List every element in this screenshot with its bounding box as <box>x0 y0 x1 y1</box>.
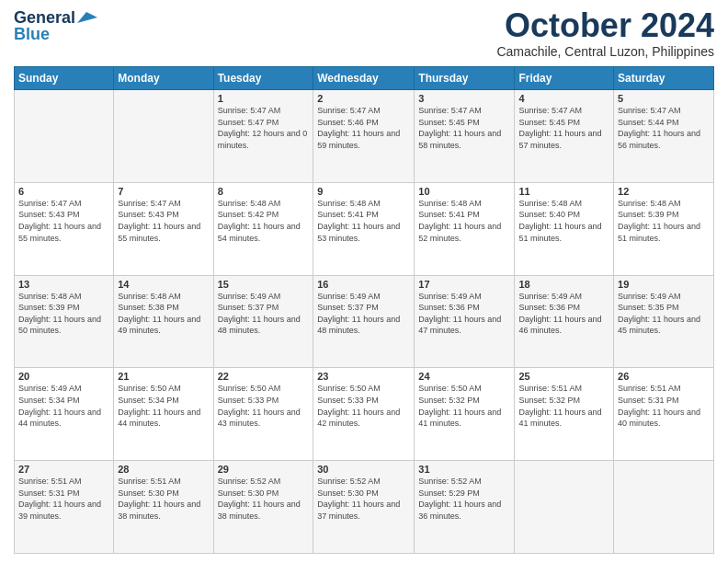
calendar-cell: 18Sunrise: 5:49 AMSunset: 5:36 PMDayligh… <box>515 275 614 368</box>
calendar-cell: 2Sunrise: 5:47 AMSunset: 5:46 PMDaylight… <box>313 90 415 183</box>
day-number: 30 <box>317 464 410 475</box>
day-detail: Sunrise: 5:49 AMSunset: 5:36 PMDaylight:… <box>418 291 510 337</box>
calendar-week-2: 6Sunrise: 5:47 AMSunset: 5:43 PMDaylight… <box>15 182 714 275</box>
day-detail: Sunrise: 5:49 AMSunset: 5:37 PMDaylight:… <box>317 291 410 337</box>
page: General Blue October 2024 Camachile, Cen… <box>0 0 728 563</box>
calendar-cell: 23Sunrise: 5:50 AMSunset: 5:33 PMDayligh… <box>313 368 415 461</box>
day-number: 23 <box>317 371 410 382</box>
day-number: 12 <box>618 186 710 197</box>
calendar-cell: 11Sunrise: 5:48 AMSunset: 5:40 PMDayligh… <box>515 182 614 275</box>
calendar-cell: 30Sunrise: 5:52 AMSunset: 5:30 PMDayligh… <box>313 461 415 554</box>
day-detail: Sunrise: 5:47 AMSunset: 5:44 PMDaylight:… <box>618 105 710 151</box>
calendar-cell: 5Sunrise: 5:47 AMSunset: 5:44 PMDaylight… <box>614 90 714 183</box>
col-wednesday: Wednesday <box>313 67 415 90</box>
logo-icon <box>77 10 97 25</box>
day-number: 14 <box>118 279 209 290</box>
day-number: 7 <box>118 186 209 197</box>
day-number: 10 <box>418 186 510 197</box>
day-number: 4 <box>518 93 609 104</box>
location: Camachile, Central Luzon, Philippines <box>496 44 714 59</box>
day-detail: Sunrise: 5:47 AMSunset: 5:43 PMDaylight:… <box>118 198 209 244</box>
day-number: 18 <box>518 279 609 290</box>
calendar-cell: 8Sunrise: 5:48 AMSunset: 5:42 PMDaylight… <box>213 182 313 275</box>
day-detail: Sunrise: 5:50 AMSunset: 5:32 PMDaylight:… <box>418 383 510 429</box>
calendar-cell: 13Sunrise: 5:48 AMSunset: 5:39 PMDayligh… <box>15 275 114 368</box>
header: General Blue October 2024 Camachile, Cen… <box>14 9 714 59</box>
calendar-cell: 31Sunrise: 5:52 AMSunset: 5:29 PMDayligh… <box>415 461 515 554</box>
calendar-table: Sunday Monday Tuesday Wednesday Thursday… <box>14 66 714 554</box>
logo-blue: Blue <box>14 26 50 42</box>
day-detail: Sunrise: 5:50 AMSunset: 5:33 PMDaylight:… <box>218 383 310 429</box>
day-number: 15 <box>218 279 310 290</box>
col-monday: Monday <box>114 67 213 90</box>
day-detail: Sunrise: 5:49 AMSunset: 5:35 PMDaylight:… <box>618 291 710 337</box>
calendar-cell: 3Sunrise: 5:47 AMSunset: 5:45 PMDaylight… <box>415 90 515 183</box>
day-detail: Sunrise: 5:48 AMSunset: 5:39 PMDaylight:… <box>18 291 109 337</box>
day-number: 9 <box>317 186 410 197</box>
day-number: 6 <box>18 186 109 197</box>
calendar-cell: 27Sunrise: 5:51 AMSunset: 5:31 PMDayligh… <box>15 461 114 554</box>
day-detail: Sunrise: 5:49 AMSunset: 5:34 PMDaylight:… <box>18 383 109 429</box>
calendar-week-1: 1Sunrise: 5:47 AMSunset: 5:47 PMDaylight… <box>15 90 714 183</box>
calendar-week-3: 13Sunrise: 5:48 AMSunset: 5:39 PMDayligh… <box>15 275 714 368</box>
day-detail: Sunrise: 5:47 AMSunset: 5:45 PMDaylight:… <box>418 105 510 151</box>
day-number: 21 <box>118 371 209 382</box>
day-detail: Sunrise: 5:52 AMSunset: 5:29 PMDaylight:… <box>418 476 510 522</box>
calendar-cell: 25Sunrise: 5:51 AMSunset: 5:32 PMDayligh… <box>515 368 614 461</box>
calendar-cell: 22Sunrise: 5:50 AMSunset: 5:33 PMDayligh… <box>213 368 313 461</box>
day-number: 8 <box>218 186 310 197</box>
day-number: 26 <box>618 371 710 382</box>
day-detail: Sunrise: 5:51 AMSunset: 5:30 PMDaylight:… <box>118 476 209 522</box>
day-detail: Sunrise: 5:47 AMSunset: 5:45 PMDaylight:… <box>518 105 609 151</box>
calendar-cell: 4Sunrise: 5:47 AMSunset: 5:45 PMDaylight… <box>515 90 614 183</box>
day-number: 28 <box>118 464 209 475</box>
calendar-cell: 12Sunrise: 5:48 AMSunset: 5:39 PMDayligh… <box>614 182 714 275</box>
day-detail: Sunrise: 5:49 AMSunset: 5:37 PMDaylight:… <box>218 291 310 337</box>
col-sunday: Sunday <box>15 67 114 90</box>
day-detail: Sunrise: 5:51 AMSunset: 5:31 PMDaylight:… <box>618 383 710 429</box>
day-number: 16 <box>317 279 410 290</box>
header-row: Sunday Monday Tuesday Wednesday Thursday… <box>15 67 714 90</box>
calendar-cell: 24Sunrise: 5:50 AMSunset: 5:32 PMDayligh… <box>415 368 515 461</box>
calendar-cell <box>515 461 614 554</box>
day-detail: Sunrise: 5:48 AMSunset: 5:41 PMDaylight:… <box>317 198 410 244</box>
day-number: 2 <box>317 93 410 104</box>
calendar-cell: 16Sunrise: 5:49 AMSunset: 5:37 PMDayligh… <box>313 275 415 368</box>
day-number: 5 <box>618 93 710 104</box>
day-detail: Sunrise: 5:48 AMSunset: 5:42 PMDaylight:… <box>218 198 310 244</box>
day-detail: Sunrise: 5:52 AMSunset: 5:30 PMDaylight:… <box>317 476 410 522</box>
day-number: 1 <box>218 93 310 104</box>
day-number: 25 <box>518 371 609 382</box>
day-number: 11 <box>518 186 609 197</box>
day-detail: Sunrise: 5:48 AMSunset: 5:39 PMDaylight:… <box>618 198 710 244</box>
day-number: 22 <box>218 371 310 382</box>
calendar-cell: 20Sunrise: 5:49 AMSunset: 5:34 PMDayligh… <box>15 368 114 461</box>
day-detail: Sunrise: 5:50 AMSunset: 5:34 PMDaylight:… <box>118 383 209 429</box>
calendar-cell: 28Sunrise: 5:51 AMSunset: 5:30 PMDayligh… <box>114 461 213 554</box>
calendar-header: Sunday Monday Tuesday Wednesday Thursday… <box>15 67 714 90</box>
calendar-cell: 6Sunrise: 5:47 AMSunset: 5:43 PMDaylight… <box>15 182 114 275</box>
calendar-cell: 1Sunrise: 5:47 AMSunset: 5:47 PMDaylight… <box>213 90 313 183</box>
calendar-week-5: 27Sunrise: 5:51 AMSunset: 5:31 PMDayligh… <box>15 461 714 554</box>
day-detail: Sunrise: 5:49 AMSunset: 5:36 PMDaylight:… <box>518 291 609 337</box>
day-number: 3 <box>418 93 510 104</box>
calendar-cell: 21Sunrise: 5:50 AMSunset: 5:34 PMDayligh… <box>114 368 213 461</box>
calendar-cell: 19Sunrise: 5:49 AMSunset: 5:35 PMDayligh… <box>614 275 714 368</box>
day-detail: Sunrise: 5:50 AMSunset: 5:33 PMDaylight:… <box>317 383 410 429</box>
day-detail: Sunrise: 5:51 AMSunset: 5:31 PMDaylight:… <box>18 476 109 522</box>
calendar-cell: 14Sunrise: 5:48 AMSunset: 5:38 PMDayligh… <box>114 275 213 368</box>
day-number: 27 <box>18 464 109 475</box>
day-number: 20 <box>18 371 109 382</box>
calendar-cell: 15Sunrise: 5:49 AMSunset: 5:37 PMDayligh… <box>213 275 313 368</box>
day-detail: Sunrise: 5:48 AMSunset: 5:41 PMDaylight:… <box>418 198 510 244</box>
calendar-cell <box>114 90 213 183</box>
day-detail: Sunrise: 5:47 AMSunset: 5:43 PMDaylight:… <box>18 198 109 244</box>
calendar-cell <box>15 90 114 183</box>
day-detail: Sunrise: 5:48 AMSunset: 5:38 PMDaylight:… <box>118 291 209 337</box>
calendar-cell <box>614 461 714 554</box>
calendar-cell: 17Sunrise: 5:49 AMSunset: 5:36 PMDayligh… <box>415 275 515 368</box>
logo: General Blue <box>14 9 97 42</box>
day-number: 31 <box>418 464 510 475</box>
day-number: 19 <box>618 279 710 290</box>
calendar-cell: 10Sunrise: 5:48 AMSunset: 5:41 PMDayligh… <box>415 182 515 275</box>
